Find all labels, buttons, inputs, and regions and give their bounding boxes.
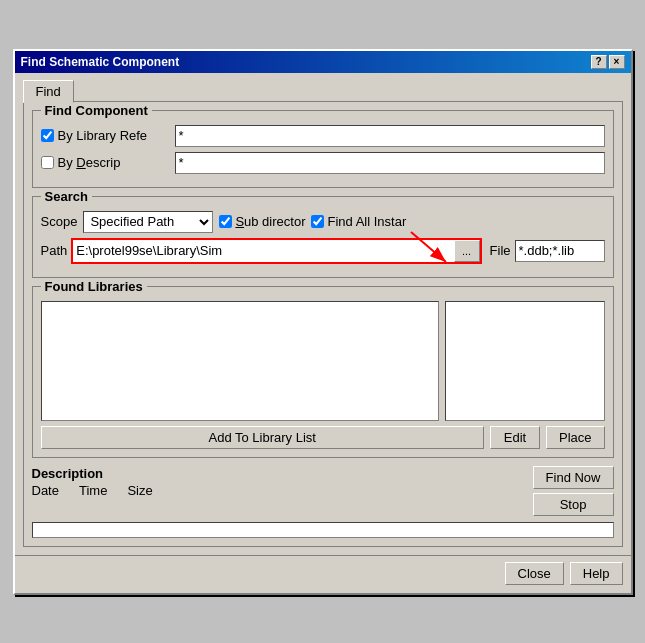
by-descrip-text: By Descrip [58, 155, 121, 170]
search-group: Search Scope Specified Path All Librarie… [32, 196, 614, 278]
path-label: Path [41, 243, 68, 258]
search-group-label: Search [41, 189, 92, 204]
by-library-ref-checkbox-label[interactable]: By Library Refe [41, 128, 171, 143]
lib-list-right[interactable] [445, 301, 605, 421]
close-title-btn[interactable]: × [609, 55, 625, 69]
add-to-library-btn[interactable]: Add To Library List [41, 426, 484, 449]
by-library-ref-row: By Library Refe [41, 125, 605, 147]
sub-directory-checkbox[interactable] [219, 215, 232, 228]
path-row: Path ... File [41, 238, 605, 264]
dialog-body: Find Find Component By Library Refe [15, 73, 631, 555]
dialog-title: Find Schematic Component [21, 55, 180, 69]
edit-btn[interactable]: Edit [490, 426, 540, 449]
path-highlight: ... [71, 238, 481, 264]
bottom-buttons: Close Help [15, 555, 631, 593]
description-section: Description Date Time Size Find Now Stop [32, 466, 614, 516]
place-btn[interactable]: Place [546, 426, 605, 449]
help-title-btn[interactable]: ? [591, 55, 607, 69]
action-buttons: Find Now Stop [533, 466, 614, 516]
title-bar-controls: ? × [591, 55, 625, 69]
date-label: Date [32, 483, 59, 498]
tab-find[interactable]: Find [23, 80, 74, 103]
find-all-checkbox[interactable] [311, 215, 324, 228]
progress-bar [32, 522, 614, 538]
find-component-label: Find Component [41, 103, 152, 118]
scope-row: Scope Specified Path All Libraries Sub d… [41, 211, 605, 233]
path-input[interactable] [73, 240, 453, 262]
scope-select[interactable]: Specified Path All Libraries [83, 211, 213, 233]
by-library-ref-checkbox[interactable] [41, 129, 54, 142]
title-bar: Find Schematic Component ? × [15, 51, 631, 73]
find-all-text: Find All Instar [327, 214, 406, 229]
lib-list-left[interactable] [41, 301, 439, 421]
dialog-window: Find Schematic Component ? × Find Find C… [13, 49, 633, 595]
scope-label: Scope [41, 214, 78, 229]
find-component-group: Find Component By Library Refe By Descri… [32, 110, 614, 188]
sub-directory-text: Sub director [235, 214, 305, 229]
time-label: Time [79, 483, 107, 498]
by-library-ref-text: By Library Refe [58, 128, 148, 143]
by-library-ref-input[interactable] [175, 125, 605, 147]
found-libraries-group: Found Libraries Add To Library List Edit… [32, 286, 614, 458]
by-descrip-row: By Descrip [41, 152, 605, 174]
by-descrip-checkbox-label[interactable]: By Descrip [41, 155, 171, 170]
by-descrip-input[interactable] [175, 152, 605, 174]
description-label: Description [32, 466, 104, 481]
stop-btn[interactable]: Stop [533, 493, 614, 516]
find-all-label[interactable]: Find All Instar [311, 214, 406, 229]
lib-buttons: Add To Library List Edit Place [41, 426, 605, 449]
tab-bar: Find [23, 79, 623, 102]
found-libraries-label: Found Libraries [41, 279, 147, 294]
libraries-row [41, 301, 605, 421]
size-label: Size [127, 483, 152, 498]
info-row: Date Time Size [32, 483, 523, 498]
tab-content: Find Component By Library Refe By Descri… [23, 101, 623, 547]
sub-directory-label[interactable]: Sub director [219, 214, 305, 229]
file-input[interactable] [515, 240, 605, 262]
description-left: Description Date Time Size [32, 466, 523, 498]
find-now-btn[interactable]: Find Now [533, 466, 614, 489]
file-label: File [490, 243, 511, 258]
help-btn[interactable]: Help [570, 562, 623, 585]
browse-btn[interactable]: ... [454, 240, 480, 262]
by-descrip-checkbox[interactable] [41, 156, 54, 169]
close-btn[interactable]: Close [505, 562, 564, 585]
